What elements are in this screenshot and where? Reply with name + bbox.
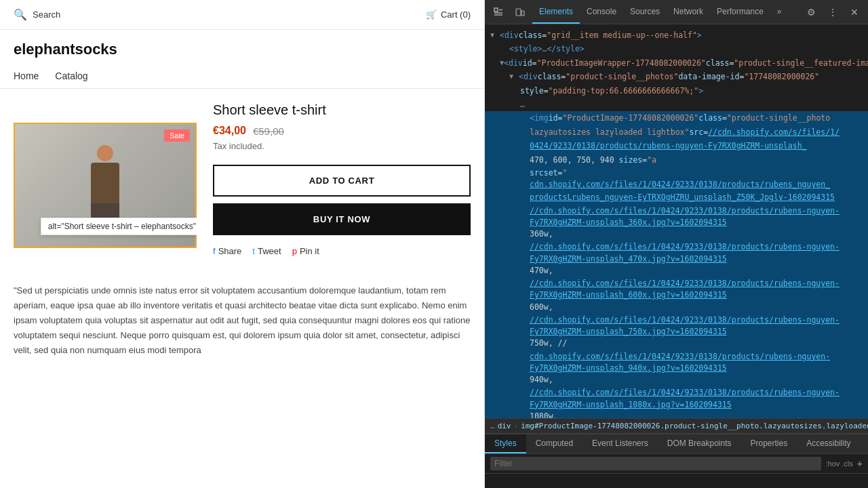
panel-tab-properties-label: Properties <box>750 439 787 448</box>
dom-line-selected: cdn.shopify.com/s/files/1/0424/9233/0138… <box>485 350 868 387</box>
product-info: Short sleeve t-shirt €34,00 €59,00 Tax i… <box>213 102 471 256</box>
svg-rect-5 <box>521 11 524 16</box>
dom-line-selected: srcset=" cdn.shopify.com/s/files/1/0424/… <box>485 167 868 192</box>
element-breadcrumb: … div › img#ProductImage-17748082000026.… <box>485 418 868 434</box>
dom-line-selected[interactable]: <img id="ProductImage-17748082000026" cl… <box>485 111 868 125</box>
panel-tab-event-listeners[interactable]: Event Listeners <box>583 434 658 453</box>
hover-cls-label[interactable]: :hov .cls <box>825 460 852 468</box>
tab-console[interactable]: Console <box>580 0 623 24</box>
dom-dots: … <box>520 98 525 110</box>
pin-button[interactable]: p Pin it <box>292 246 319 256</box>
search-icon: 🔍 <box>14 8 27 21</box>
description-text: "Sed ut perspiciatis unde omnis iste nat… <box>14 283 471 358</box>
breadcrumb-div[interactable]: div <box>498 422 511 430</box>
dom-line[interactable]: <div class="grid__item medium-up--one-ha… <box>485 28 868 42</box>
dom-tree[interactable]: <div class="grid__item medium-up--one-ha… <box>485 24 868 418</box>
cart-button[interactable]: 🛒 Cart (0) <box>426 9 471 20</box>
dom-line[interactable]: <div id="ProductImageWrapper-17748082000… <box>485 56 868 70</box>
panel-tab-properties[interactable]: Properties <box>741 434 797 453</box>
expand-arrow[interactable] <box>490 30 500 41</box>
panel-tab-computed[interactable]: Computed <box>526 434 583 453</box>
dom-line-selected: 470, 600, 750, 940 sizes="a <box>485 153 868 167</box>
bc-sep: › <box>514 422 519 430</box>
tab-elements[interactable]: Elements <box>532 0 580 24</box>
brand-section: elephantsocks <box>0 30 484 64</box>
tab-elements-label: Elements <box>539 7 573 16</box>
cart-label: Cart (0) <box>441 9 471 20</box>
more-options-button[interactable]: ⋮ <box>823 3 842 22</box>
add-to-cart-button[interactable]: ADD TO CART <box>213 165 471 197</box>
device-toolbar-button[interactable] <box>511 3 530 22</box>
panel-tab-accessibility-label: Accessibility <box>806 439 850 448</box>
product-section: div.grid__item.medium-up--one-half 308 ×… <box>0 89 484 270</box>
dom-line-selected: 0424/9233/0138/products/rubens-nguyen-Fy… <box>485 139 868 152</box>
panel-tabs: Styles Computed Event Listeners DOM Brea… <box>485 434 868 454</box>
pinterest-icon: p <box>292 246 297 256</box>
price-original: €59,00 <box>253 125 284 137</box>
tax-info: Tax included. <box>213 141 471 151</box>
tab-more[interactable]: » <box>770 0 789 24</box>
filter-input[interactable] <box>490 457 821 470</box>
social-share: f Share t Tweet p Pin it <box>213 246 471 256</box>
panel-tab-dom-breakpoints-label: DOM Breakpoints <box>667 439 732 448</box>
svg-rect-0 <box>494 8 498 12</box>
panel-tab-styles[interactable]: Styles <box>485 434 526 453</box>
breadcrumb-separator: … <box>490 422 495 430</box>
product-price: €34,00 €59,00 <box>213 125 471 137</box>
alt-tooltip-text: alt="Short sleeve t-shirt – elephantsock… <box>48 222 196 231</box>
panel-tab-styles-label: Styles <box>494 439 517 448</box>
dom-tag: <div <box>500 29 519 41</box>
dom-line-selected: //cdn.shopify.com/s/files/1/0424/9233/01… <box>485 386 868 418</box>
price-sale: €34,00 <box>213 125 246 137</box>
tab-sources[interactable]: Sources <box>623 0 667 24</box>
settings-button[interactable]: ⚙ <box>802 3 821 22</box>
expand-arrow[interactable] <box>509 71 519 82</box>
dom-line-selected: //cdn.shopify.com/s/files/1/0424/9233/01… <box>485 277 868 314</box>
breadcrumb-img[interactable]: img#ProductImage-17748082000026.product-… <box>521 422 868 430</box>
panel-tab-computed-label: Computed <box>536 439 573 448</box>
more-tabs-icon: » <box>777 7 782 16</box>
product-image-wrapper[interactable]: div.grid__item.medium-up--one-half 308 ×… <box>14 123 197 248</box>
shop-panel: 🔍 Search 🛒 Cart (0) elephantsocks Home C… <box>0 0 485 488</box>
shop-header: 🔍 Search 🛒 Cart (0) <box>0 0 484 30</box>
buy-now-button[interactable]: BUY IT NOW <box>213 203 471 235</box>
sale-badge: Sale <box>164 129 190 142</box>
panel-tab-accessibility[interactable]: Accessibility <box>797 434 860 453</box>
tab-sources-label: Sources <box>630 7 660 16</box>
tweet-button[interactable]: t Tweet <box>252 246 281 256</box>
dom-line[interactable]: … <box>485 98 868 111</box>
search-label: Search <box>33 9 60 20</box>
facebook-icon: f <box>213 246 216 256</box>
add-style-icon[interactable]: + <box>857 458 863 469</box>
share-facebook-button[interactable]: f Share <box>213 246 241 256</box>
dom-line-selected: //cdn.shopify.com/s/files/1/0424/9233/01… <box>485 205 868 241</box>
dom-line[interactable]: <style>…</style> <box>485 42 868 56</box>
tab-network[interactable]: Network <box>667 0 710 24</box>
close-devtools-button[interactable]: ✕ <box>845 3 864 22</box>
dom-line: style="padding-top:66.6666666666667%;"> <box>485 84 868 98</box>
search-button[interactable]: 🔍 Search <box>14 8 60 21</box>
tab-performance[interactable]: Performance <box>710 0 770 24</box>
devtools-tabs: Elements Console Sources Network Perform… <box>532 0 799 24</box>
dom-line-selected[interactable]: lazyautosizes lazyloaded lightbox" src=/… <box>485 125 868 139</box>
panel-tab-event-listeners-label: Event Listeners <box>592 439 648 448</box>
twitter-icon: t <box>252 246 255 256</box>
main-nav: Home Catalog <box>0 64 484 89</box>
dom-line-long: productsLrubens_nguyen-EyTRXOgHZRU_unspl… <box>485 191 868 204</box>
alt-tooltip: alt="Short sleeve t-shirt – elephantsock… <box>41 218 197 235</box>
panel-tab-dom-breakpoints[interactable]: DOM Breakpoints <box>658 434 741 453</box>
product-title: Short sleeve t-shirt <box>213 102 471 118</box>
devtools-toolbar: Elements Console Sources Network Perform… <box>485 0 868 24</box>
filter-row: :hov .cls + <box>485 454 868 474</box>
inspect-element-button[interactable] <box>489 3 508 22</box>
nav-catalog[interactable]: Catalog <box>55 64 87 88</box>
tab-console-label: Console <box>587 7 616 16</box>
styles-panel: Styles Computed Event Listeners DOM Brea… <box>485 434 868 488</box>
nav-home[interactable]: Home <box>14 64 39 88</box>
dom-line[interactable]: <div class="product-single__photos" data… <box>485 70 868 83</box>
dom-line-selected: //cdn.shopify.com/s/files/1/0424/9233/01… <box>485 241 868 277</box>
cart-icon: 🛒 <box>426 9 437 20</box>
product-description: "Sed ut perspiciatis unde omnis iste nat… <box>0 270 484 371</box>
tab-performance-label: Performance <box>717 7 764 16</box>
devtools-panel: Elements Console Sources Network Perform… <box>485 0 868 488</box>
